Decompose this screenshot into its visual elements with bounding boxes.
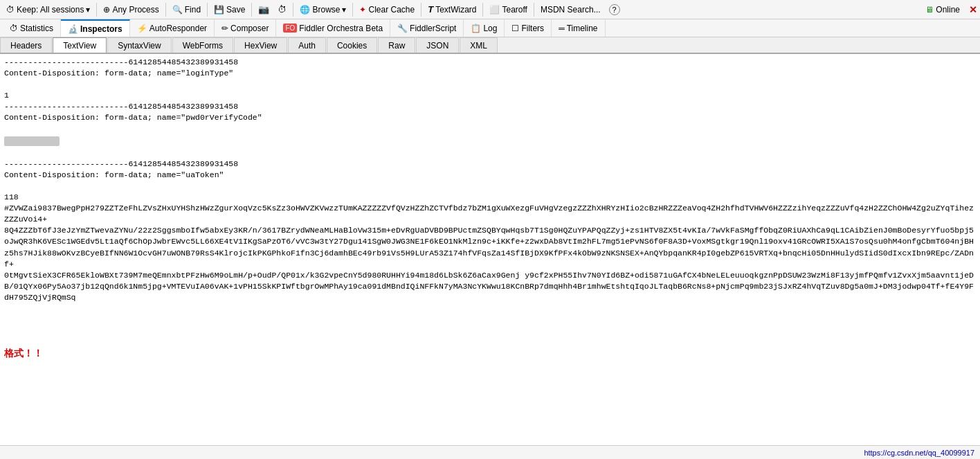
inspectors-icon: 🔬	[68, 24, 78, 34]
online-button[interactable]: 🖥 Online	[922, 3, 963, 16]
keep-dropdown-arrow: ▾	[86, 5, 90, 15]
subtab-auth[interactable]: Auth	[288, 37, 326, 53]
sub-tabbar: Headers TextView SyntaxView WebForms Hex…	[0, 37, 980, 54]
autoresponder-icon: ⚡	[137, 24, 147, 33]
composer-icon: ✏	[221, 24, 228, 33]
separator-5	[293, 3, 293, 17]
clear-cache-icon: ✦	[359, 5, 366, 15]
format-warning: 格式！！	[4, 348, 43, 359]
tab-log[interactable]: 📋 Log	[464, 19, 505, 37]
main-toolbar: ⏱ Keep: All sessions ▾ ⊕ Any Process 🔍 F…	[0, 0, 980, 19]
msdn-search-button[interactable]: MSDN Search...	[537, 3, 604, 16]
subtab-cookies[interactable]: Cookies	[327, 37, 377, 53]
keep-sessions-button[interactable]: ⏱ Keep: All sessions ▾	[3, 3, 93, 16]
statusbar-url[interactable]: https://cg.csdn.net/qq_40099917	[864, 449, 974, 457]
textwizard-icon: T	[428, 4, 433, 15]
textwizard-button[interactable]: T TextWizard	[424, 3, 480, 16]
any-process-button[interactable]: ⊕ Any Process	[100, 3, 162, 16]
content-line: 8Q4ZZZbT6fJ3eJzYmZTwevaZYNu/22z2SggsmboI…	[4, 226, 974, 268]
subtab-syntaxview[interactable]: SyntaxView	[107, 37, 171, 53]
separator-6	[352, 3, 353, 17]
save-icon: 💾	[214, 5, 224, 15]
fiddler-orchestra-icon: FO	[283, 24, 297, 33]
content-line: Content-Disposition: form-data; name="pw…	[4, 113, 262, 122]
blurred-value	[4, 136, 60, 146]
content-line: #ZVWZai9837BwegPpH279ZZTZeFhLZVsZHxUYHSh…	[4, 204, 974, 224]
separator-9	[534, 3, 534, 17]
browse-icon: 🌐	[300, 5, 310, 15]
tab-autoresponder[interactable]: ⚡ AutoResponder	[130, 19, 215, 37]
tearoff-button[interactable]: ⬜ Tearoff	[486, 3, 530, 16]
separator-1	[96, 3, 97, 17]
content-line: 118	[4, 192, 19, 201]
tearoff-icon: ⬜	[489, 5, 500, 15]
any-process-icon: ⊕	[103, 5, 110, 15]
subtab-webforms[interactable]: WebForms	[172, 37, 233, 53]
separator-2	[165, 3, 166, 17]
content-line: --------------------------61412854485432…	[4, 57, 238, 66]
online-icon: 🖥	[925, 5, 934, 15]
timeline-icon: ═	[559, 24, 565, 33]
statusbar: https://cg.csdn.net/qq_40099917	[0, 445, 980, 459]
main-tabbar: ⏱ Statistics 🔬 Inspectors ⚡ AutoResponde…	[0, 19, 980, 37]
save-button[interactable]: 💾 Save	[210, 3, 248, 16]
fiddlerscript-icon: 🔧	[397, 24, 408, 33]
tab-timeline[interactable]: ═ Timeline	[552, 19, 605, 37]
close-button[interactable]: ✕	[969, 4, 977, 15]
content-line: 1	[4, 91, 9, 100]
help-button[interactable]: ?	[606, 3, 624, 17]
content-line: 0tMgvtSieX3CFR65EkloWBXt739M7meQEmnxbtPF…	[4, 271, 974, 302]
separator-3	[207, 3, 208, 17]
tab-inspectors[interactable]: 🔬 Inspectors	[61, 19, 130, 37]
browse-button[interactable]: 🌐 Browse ▾	[296, 3, 350, 16]
filters-icon: ☐	[511, 24, 519, 33]
statistics-icon: ⏱	[10, 24, 18, 33]
tab-filters[interactable]: ☐ Filters	[505, 19, 552, 37]
screenshot-icon: 📷	[258, 4, 269, 15]
subtab-xml[interactable]: XML	[460, 37, 498, 53]
tab-fiddler-orchestra[interactable]: FO Fiddler Orchestra Beta	[276, 19, 390, 37]
content-line: --------------------------61412854485432…	[4, 102, 238, 111]
find-button[interactable]: 🔍 Find	[169, 3, 204, 16]
subtab-json[interactable]: JSON	[416, 37, 459, 53]
keep-icon: ⏱	[6, 5, 15, 15]
log-icon: 📋	[471, 24, 481, 33]
clear-cache-button[interactable]: ✦ Clear Cache	[356, 3, 418, 16]
subtab-headers[interactable]: Headers	[0, 37, 52, 53]
separator-8	[482, 3, 483, 17]
subtab-raw[interactable]: Raw	[378, 37, 415, 53]
separator-7	[421, 3, 421, 17]
timer-button[interactable]: ⏱	[274, 3, 290, 16]
tab-composer[interactable]: ✏ Composer	[215, 19, 276, 37]
find-icon: 🔍	[172, 5, 183, 15]
content-area[interactable]: --------------------------61412854485432…	[0, 54, 980, 445]
screenshot-button[interactable]: 📷	[255, 3, 273, 16]
subtab-textview[interactable]: TextView	[53, 37, 107, 53]
browse-dropdown-arrow: ▾	[342, 5, 346, 15]
tab-fiddlerscript[interactable]: 🔧 FiddlerScript	[390, 19, 464, 37]
content-line: Content-Disposition: form-data; name="lo…	[4, 69, 233, 78]
help-icon: ?	[609, 4, 620, 15]
subtab-hexview[interactable]: HexView	[234, 37, 287, 53]
tab-statistics[interactable]: ⏱ Statistics	[3, 19, 61, 37]
content-line: Content-Disposition: form-data; name="ua…	[4, 170, 224, 179]
timer-icon: ⏱	[278, 4, 287, 15]
content-line: --------------------------61412854485432…	[4, 159, 238, 168]
separator-4	[251, 3, 252, 17]
